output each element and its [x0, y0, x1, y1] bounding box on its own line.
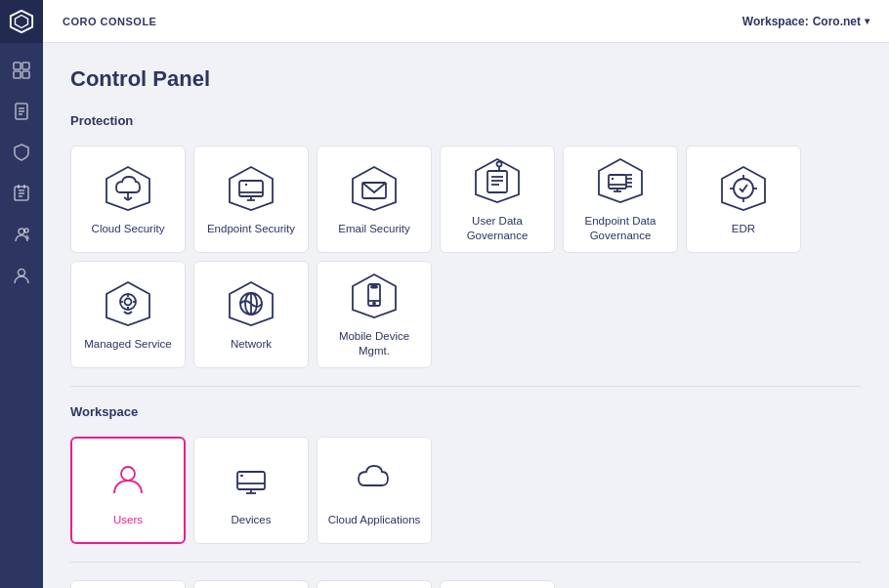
sidebar-item-shield[interactable]: [0, 133, 43, 172]
card-endpoint-data-governance[interactable]: Endpoint Data Governance: [563, 146, 678, 253]
card-cloud-security[interactable]: Cloud Security: [70, 146, 186, 253]
svg-marker-65: [353, 274, 396, 317]
protection-grid: Cloud Security Endpoint Security: [70, 146, 862, 368]
svg-rect-4: [14, 71, 21, 78]
card-connectors[interactable]: Connectors: [317, 580, 432, 588]
bottom-grid: Access Control Activity Logs: [70, 580, 862, 588]
sidebar-item-docs[interactable]: [0, 92, 43, 131]
card-access-control[interactable]: Access Control: [70, 580, 186, 588]
svg-rect-3: [22, 63, 29, 69]
sidebar-item-dashboard[interactable]: [0, 51, 43, 90]
svg-marker-54: [106, 282, 149, 325]
card-email-security[interactable]: Email Security: [317, 146, 432, 253]
svg-rect-5: [22, 71, 29, 78]
divider-protection-workspace: [70, 386, 862, 387]
card-label-edr: EDR: [726, 222, 761, 236]
card-edr[interactable]: EDR: [686, 146, 801, 253]
card-devices[interactable]: Devices: [193, 437, 309, 544]
svg-point-49: [734, 179, 753, 198]
card-label-user-data-governance: User Data Governance: [441, 214, 554, 243]
svg-point-68: [373, 303, 375, 305]
card-users[interactable]: Users: [70, 437, 186, 544]
svg-marker-1: [16, 16, 28, 28]
section-label-protection: Protection: [70, 113, 862, 128]
card-reports[interactable]: Reports: [440, 580, 555, 588]
svg-rect-69: [371, 286, 377, 288]
card-managed-service[interactable]: Managed Service: [70, 261, 186, 368]
svg-marker-29: [353, 167, 396, 210]
card-mobile-device-mgmt[interactable]: Mobile Device Mgmt.: [317, 261, 432, 368]
workspace-name: Coro.net: [813, 15, 861, 28]
svg-point-70: [121, 467, 135, 481]
card-user-data-governance[interactable]: User Data Governance: [440, 146, 555, 253]
svg-rect-71: [237, 472, 265, 489]
card-label-managed-service: Managed Service: [78, 337, 178, 352]
app-title: CORO CONSOLE: [63, 16, 156, 27]
card-label-email-security: Email Security: [332, 222, 416, 236]
section-label-workspace: Workspace: [70, 404, 862, 419]
svg-point-16: [19, 229, 24, 234]
app-container: CORO CONSOLE Workspace: Coro.net ▾ Contr…: [0, 0, 889, 588]
svg-point-37: [497, 162, 502, 167]
card-label-endpoint-data-governance: Endpoint Data Governance: [564, 214, 677, 243]
sidebar-item-users-nav[interactable]: [0, 215, 43, 254]
sidebar-logo[interactable]: [0, 0, 43, 43]
svg-rect-32: [487, 171, 507, 192]
svg-rect-2: [14, 63, 21, 69]
workspace-grid: Users Devices: [70, 437, 862, 544]
sidebar-item-person[interactable]: [0, 256, 43, 295]
card-label-cloud-security: Cloud Security: [86, 222, 171, 236]
card-label-mobile-device-mgmt: Mobile Device Mgmt.: [318, 329, 431, 358]
card-network[interactable]: Network: [193, 261, 309, 368]
svg-marker-23: [230, 167, 273, 210]
card-cloud-applications[interactable]: Cloud Applications: [317, 437, 432, 544]
svg-marker-19: [106, 167, 149, 210]
svg-marker-38: [599, 159, 642, 202]
card-endpoint-security[interactable]: Endpoint Security: [193, 146, 309, 253]
page-title: Control Panel: [70, 66, 862, 92]
svg-rect-39: [609, 175, 626, 189]
sidebar-item-reports-nav[interactable]: [0, 174, 43, 213]
chevron-down-icon: ▾: [865, 16, 869, 26]
svg-marker-48: [722, 167, 765, 210]
divider-workspace-bottom: [70, 562, 862, 563]
main-area: CORO CONSOLE Workspace: Coro.net ▾ Contr…: [43, 0, 889, 588]
card-activity-logs[interactable]: Activity Logs: [193, 580, 309, 588]
card-label-devices: Devices: [226, 513, 277, 527]
content-area: Control Panel Protection Cloud Security: [43, 43, 889, 588]
card-label-cloud-applications: Cloud Applications: [322, 513, 427, 527]
topbar: CORO CONSOLE Workspace: Coro.net ▾: [43, 0, 889, 43]
svg-point-56: [125, 298, 132, 305]
svg-point-18: [19, 270, 25, 276]
card-label-network: Network: [225, 337, 277, 352]
svg-point-17: [24, 229, 28, 232]
card-label-endpoint-security: Endpoint Security: [201, 222, 301, 236]
workspace-label: Workspace:: [742, 15, 809, 28]
svg-marker-0: [11, 11, 32, 32]
sidebar: [0, 0, 43, 588]
svg-rect-24: [239, 181, 263, 196]
card-label-users: Users: [107, 513, 148, 527]
workspace-selector[interactable]: Workspace: Coro.net ▾: [742, 15, 869, 28]
